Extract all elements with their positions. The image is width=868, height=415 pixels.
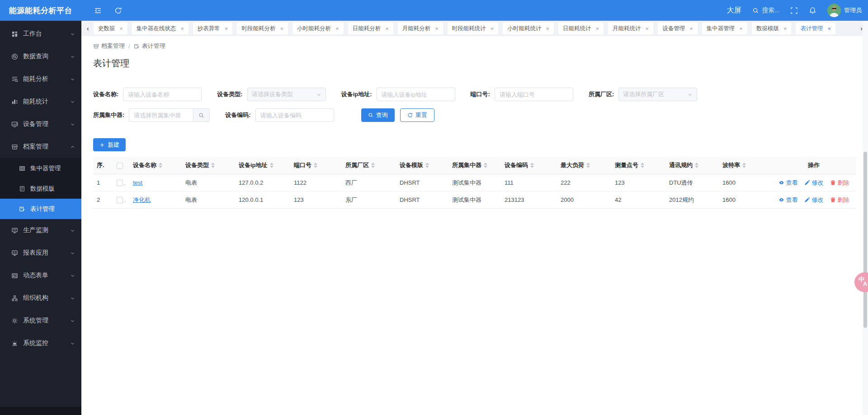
edit-action[interactable]: 修改 — [804, 196, 824, 204]
sidebar-item-workbench[interactable]: 工作台 — [0, 23, 81, 45]
sidebar-item-meter-mgmt[interactable]: 表计管理 — [0, 199, 81, 219]
breadcrumb-item-meter[interactable]: 表计管理 — [134, 42, 165, 50]
tab-close-icon[interactable]: × — [335, 26, 339, 32]
column-header-factory[interactable]: 所属厂区 — [342, 157, 396, 174]
sort-caret-icon[interactable] — [530, 163, 534, 168]
sort-caret-icon[interactable] — [586, 163, 590, 168]
big-screen-button[interactable]: 大屏 — [727, 6, 741, 15]
sidebar-item-device-mgmt[interactable]: 设备管理 — [0, 113, 81, 135]
sort-caret-icon[interactable] — [371, 163, 375, 168]
tab-close-icon[interactable]: × — [827, 26, 831, 32]
sort-caret-icon[interactable] — [159, 163, 162, 168]
fullscreen-icon[interactable] — [790, 7, 798, 14]
row-checkbox[interactable] — [117, 197, 123, 203]
sidebar-item-system-mgmt[interactable]: 系统管理 — [0, 309, 81, 332]
tab-14[interactable]: 表计管理× — [796, 23, 835, 34]
tab-7[interactable]: 时段能耗统计× — [448, 23, 499, 34]
sidebar-item-system-monitor[interactable]: 系统监控 — [0, 332, 81, 354]
sidebar-item-archive-mgmt[interactable]: 档案管理 — [0, 135, 81, 158]
tab-close-icon[interactable]: × — [783, 26, 787, 32]
column-header-template[interactable]: 设备模版 — [396, 157, 448, 174]
column-header-point[interactable]: 测量点号 — [611, 157, 665, 174]
device-name-link[interactable]: 净化机 — [133, 196, 151, 203]
tab-5[interactable]: 日能耗分析× — [348, 23, 393, 34]
tab-0[interactable]: 史数据× — [94, 23, 127, 34]
sidebar-item-energy-analysis[interactable]: 能耗分析 — [0, 68, 81, 90]
sort-caret-icon[interactable] — [425, 163, 429, 168]
user-menu[interactable]: 管理员 — [827, 4, 862, 17]
device-type-select[interactable]: 请选择设备类型 — [247, 88, 326, 101]
tab-close-icon[interactable]: × — [546, 26, 549, 32]
sort-caret-icon[interactable] — [314, 163, 317, 168]
tab-4[interactable]: 小时能耗分析× — [292, 23, 344, 34]
edit-action[interactable]: 修改 — [804, 179, 824, 187]
reset-button[interactable]: 重置 — [400, 108, 434, 122]
tab-close-icon[interactable]: × — [689, 26, 693, 32]
tab-3[interactable]: 时段能耗分析× — [237, 23, 288, 34]
tab-close-icon[interactable]: × — [435, 26, 439, 32]
sort-caret-icon[interactable] — [742, 163, 746, 168]
sort-caret-icon[interactable] — [695, 163, 698, 168]
view-action[interactable]: 查看 — [778, 196, 798, 204]
column-header-protocol[interactable]: 通讯规约 — [665, 157, 719, 174]
sidebar-item-energy-stats[interactable]: 能耗统计 — [0, 90, 81, 113]
sidebar-item-organization[interactable]: 组织机构 — [0, 287, 81, 309]
sort-caret-icon[interactable] — [211, 163, 215, 168]
tab-11[interactable]: 设备管理× — [658, 23, 698, 34]
delete-action[interactable]: 删除 — [830, 179, 849, 187]
tab-close-icon[interactable]: × — [180, 26, 184, 32]
tab-13[interactable]: 数据模版× — [752, 23, 792, 34]
bell-icon[interactable] — [809, 7, 816, 14]
query-button[interactable]: 查询 — [361, 108, 395, 122]
factory-select[interactable]: 请选择所属厂区 — [618, 88, 697, 101]
sidebar-item-dynamic-form[interactable]: 动态表单 — [0, 264, 81, 287]
create-button[interactable]: 新建 — [93, 138, 126, 151]
column-header-ip[interactable]: 设备ip地址 — [235, 157, 290, 174]
tab-12[interactable]: 集中器管理× — [702, 23, 747, 34]
sidebar-item-concentrator-mgmt[interactable]: 集中器管理 — [0, 158, 81, 178]
header-search[interactable]: 搜索... — [752, 6, 779, 14]
sidebar-item-report-app[interactable]: 报表应用 — [0, 242, 81, 264]
tab-close-icon[interactable]: × — [596, 26, 599, 32]
device-name-input[interactable] — [123, 88, 202, 101]
column-header-code[interactable]: 设备编码 — [501, 157, 557, 174]
tab-close-icon[interactable]: × — [646, 26, 649, 32]
sort-caret-icon[interactable] — [641, 163, 644, 168]
tab-10[interactable]: 月能耗统计× — [608, 23, 653, 34]
sidebar-item-data-query[interactable]: 数据查询 — [0, 45, 81, 68]
tab-close-icon[interactable]: × — [491, 26, 494, 32]
tab-close-icon[interactable]: × — [739, 26, 743, 32]
tab-close-icon[interactable]: × — [119, 26, 123, 32]
reload-icon[interactable] — [114, 7, 122, 14]
delete-action[interactable]: 删除 — [830, 196, 849, 204]
tab-1[interactable]: 集中器在线状态× — [132, 23, 189, 34]
sidebar-item-production-monitor[interactable]: 生产监测 — [0, 219, 81, 242]
select-all-checkbox[interactable] — [117, 163, 123, 169]
breadcrumb-item-archive[interactable]: 档案管理 — [93, 42, 125, 50]
column-header-max_load[interactable]: 最大负荷 — [557, 157, 611, 174]
concentrator-search-button[interactable] — [193, 108, 210, 122]
menu-fold-icon[interactable] — [94, 7, 102, 14]
column-header-baud[interactable]: 波特率 — [719, 157, 771, 174]
column-header-concentrator[interactable]: 所属集中器 — [448, 157, 501, 174]
column-header-port[interactable]: 端口号 — [290, 157, 342, 174]
tab-9[interactable]: 日能耗统计× — [558, 23, 604, 34]
column-header-name[interactable]: 设备名称 — [129, 157, 182, 174]
device-name-link[interactable]: test — [133, 179, 142, 186]
tab-close-icon[interactable]: × — [225, 26, 228, 32]
sort-caret-icon[interactable] — [270, 163, 274, 168]
sort-caret-icon[interactable] — [484, 163, 487, 168]
tabs-scroll-left-icon[interactable]: ‹ — [87, 25, 89, 32]
tab-8[interactable]: 小时能耗统计× — [503, 23, 554, 34]
tab-2[interactable]: 抄表异常× — [193, 23, 233, 34]
device-ip-input[interactable] — [377, 88, 455, 101]
tab-6[interactable]: 月能耗分析× — [398, 23, 443, 34]
sidebar-item-data-template[interactable]: 数据模版 — [0, 178, 81, 199]
port-input[interactable] — [495, 88, 573, 101]
tab-close-icon[interactable]: × — [385, 26, 389, 32]
column-header-type[interactable]: 设备类型 — [182, 157, 235, 174]
row-checkbox[interactable] — [117, 180, 123, 186]
concentrator-input[interactable] — [129, 108, 193, 122]
scrollbar-thumb[interactable] — [863, 152, 867, 328]
view-action[interactable]: 查看 — [778, 179, 798, 187]
